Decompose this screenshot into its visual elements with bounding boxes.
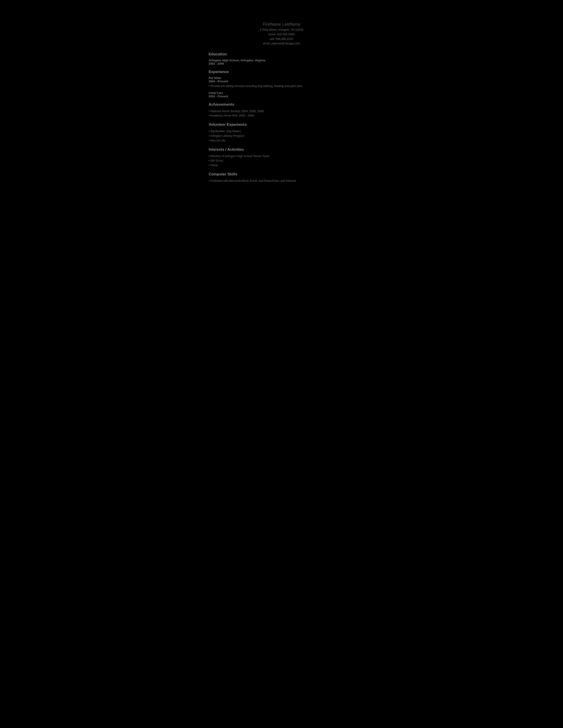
achievements-section: Achievements National Honor Society: 200… (209, 102, 354, 118)
computer-skills-title: Computer Skills (209, 172, 354, 176)
list-item: Piano (209, 163, 354, 168)
list-item: Run for Life (209, 138, 354, 143)
address: 6 Pine Street, Arlington, VA 12333 (209, 28, 354, 32)
job-title-0: Pet Sitter (209, 76, 354, 80)
experience-entry-0: Pet Sitter 2004 - Present • Provide pet … (209, 76, 354, 88)
education-section: Education Arlington High School, Arlingt… (209, 52, 354, 65)
education-title: Education (209, 52, 354, 56)
job-dates-0: 2004 - Present (209, 80, 354, 83)
achievements-title: Achievements (209, 102, 354, 107)
interests-list: Member of Arlington High School Tennis T… (209, 154, 354, 168)
experience-section: Experience Pet Sitter 2004 - Present • P… (209, 70, 354, 98)
volunteer-list: Big Brother / Big Sisters Arlington Lite… (209, 129, 354, 143)
education-entry: Arlington High School, Arlington, Virgin… (209, 59, 354, 65)
institution-name: Arlington High School, Arlington, Virgin… (209, 59, 354, 62)
resume-document: FirstName LastName 6 Pine Street, Arling… (195, 13, 368, 197)
resume-header: FirstName LastName 6 Pine Street, Arling… (209, 22, 354, 46)
job-dates-1: 2002 - Present (209, 95, 354, 98)
email: email: phjones@vacapp.com (209, 41, 354, 46)
list-item: Member of Arlington High School Tennis T… (209, 154, 354, 159)
list-item: Girl Scout (209, 158, 354, 163)
volunteer-title: Volunteer Experience (209, 122, 354, 127)
contact-info: 6 Pine Street, Arlington, VA 12333 home:… (209, 28, 354, 46)
computer-skills-section: Computer Skills Proficient with Microsof… (209, 172, 354, 183)
list-item: Proficient with Microsoft Word, Excel, a… (209, 179, 354, 183)
list-item: Arlington Literacy Program (209, 134, 354, 138)
full-name: FirstName LastName (209, 22, 354, 27)
experience-title: Experience (209, 70, 354, 74)
education-dates: 2002 - 2006 (209, 62, 354, 65)
achievements-list: National Honor Society: 2004, 2005, 2006… (209, 109, 354, 118)
interests-section: Interests / Activities Member of Arlingt… (209, 147, 354, 168)
job-title-1: Child Care (209, 91, 354, 95)
cell-phone: cell: 566.486.2222 (209, 37, 354, 41)
computer-skills-list: Proficient with Microsoft Word, Excel, a… (209, 179, 354, 183)
list-item: Academic Honor Roll: 2002 - 2006 (209, 113, 354, 118)
list-item: Big Brother / Big Sisters (209, 129, 354, 134)
interests-title: Interests / Activities (209, 147, 354, 152)
job-detail-0: • Provide pet sitting services including… (209, 84, 354, 88)
home-phone: home: 555.555.5555 (209, 32, 354, 37)
experience-entry-1: Child Care 2002 - Present (209, 91, 354, 98)
volunteer-section: Volunteer Experience Big Brother / Big S… (209, 122, 354, 143)
list-item: National Honor Society: 2004, 2005, 2006 (209, 109, 354, 114)
